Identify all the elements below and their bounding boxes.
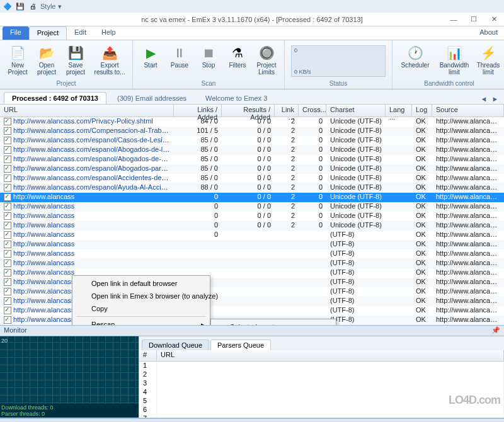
stop-button[interactable]: ⏹Stop	[195, 43, 222, 79]
window-title: nc sc va emex - EmEx 3 v3.11.1670 (x64) …	[141, 16, 363, 23]
col-results[interactable]: Results / Added	[222, 105, 275, 117]
col-cross[interactable]: Cross...	[299, 105, 326, 117]
checkbox-icon[interactable]	[4, 212, 11, 220]
checkbox-icon[interactable]	[4, 203, 11, 210]
table-row[interactable]: http://www.alancass0(UTF-8)OKhttp://www.…	[0, 231, 504, 240]
context-item[interactable]: Selected resuts	[212, 321, 335, 325]
menu-help[interactable]: Help	[94, 26, 123, 40]
checkbox-icon[interactable]	[4, 184, 11, 191]
monitor-graph: 20 0 Download threads: 0 Parser threads:…	[0, 336, 139, 418]
style-dropdown[interactable]: Style ▾	[40, 3, 62, 11]
context-item[interactable]: Open link in Emex 3 browser (to analyze)	[74, 290, 209, 302]
new-icon: 📄	[9, 44, 26, 62]
checkbox-icon[interactable]	[4, 146, 11, 154]
tab-parsers-queue[interactable]: Parsers Queue	[210, 339, 271, 350]
open-project-button[interactable]: 📂Open project	[33, 43, 60, 79]
table-row[interactable]: http://www.alancass00 / 020Unicode (UTF-…	[0, 193, 504, 202]
context-item[interactable]: Copy	[74, 302, 209, 315]
checkbox-icon[interactable]	[4, 316, 11, 324]
checkbox-icon[interactable]	[4, 231, 11, 239]
checkbox-icon[interactable]	[4, 307, 11, 314]
ribbon-group-bandwidth: 🕐Scheduler 📊Bandwidth limit ⚡Threads lim…	[392, 40, 504, 89]
checkbox-icon[interactable]	[4, 222, 11, 229]
limits-button[interactable]: 🔘Project Limits	[253, 43, 280, 79]
table-row[interactable]: http://www.alancass00 / 020Unicode (UTF-…	[0, 221, 504, 231]
queue-row[interactable]: 6	[139, 406, 504, 414]
checkbox-icon[interactable]	[4, 278, 11, 286]
col-link2[interactable]: Link ...	[275, 105, 299, 117]
menu-project[interactable]: Project	[29, 26, 67, 40]
monitor-header: Monitor 📌	[0, 325, 504, 336]
filters-button[interactable]: ⚗Filters	[224, 43, 251, 79]
table-row[interactable]: http://www.alancass(UTF-8)OKhttp://www.a…	[0, 259, 504, 268]
col-url[interactable]: URL	[0, 105, 174, 117]
table-row[interactable]: http://www.alancass.com/espanol/Abogados…	[0, 155, 504, 164]
pin-icon[interactable]: 📌	[491, 326, 500, 335]
queue-row[interactable]: 7	[139, 414, 504, 418]
new-project-button[interactable]: 📄New Project	[4, 43, 32, 79]
print-icon[interactable]: 🖨	[28, 1, 38, 11]
start-button[interactable]: ▶Start	[137, 43, 164, 79]
table-row[interactable]: http://www.alancass.com/espanol/Abogados…	[0, 145, 504, 155]
menu-about[interactable]: About	[473, 26, 504, 40]
pause-icon: ⏸	[171, 44, 188, 62]
col-charset[interactable]: Charset	[326, 105, 386, 117]
tab-emails[interactable]: (309) Email addresses	[109, 92, 195, 104]
table-row[interactable]: http://www.alancass.com/Privacy-Policy.s…	[0, 117, 504, 127]
checkbox-icon[interactable]	[4, 118, 11, 125]
checkbox-icon[interactable]	[4, 174, 11, 182]
scheduler-button[interactable]: 🕐Scheduler	[396, 43, 434, 79]
tab-download-queue[interactable]: Download Queue	[142, 339, 209, 350]
tab-processed[interactable]: Processed : 6492 of 70313	[4, 92, 106, 104]
menu-edit[interactable]: Edit	[67, 26, 94, 40]
save-project-button[interactable]: 💾Save project	[62, 43, 89, 79]
tab-next-icon[interactable]: ►	[490, 94, 500, 104]
checkbox-icon[interactable]	[4, 259, 11, 267]
save-icon: 💾	[67, 44, 84, 62]
checkbox-icon[interactable]	[4, 241, 11, 248]
col-links[interactable]: Links / Added	[174, 105, 222, 117]
checkbox-icon[interactable]	[4, 250, 11, 258]
maximize-button[interactable]: ☐	[466, 14, 481, 25]
export-button[interactable]: 📤Export results to...	[91, 43, 129, 79]
close-button[interactable]: ✕	[486, 14, 501, 25]
table-row[interactable]: http://www.alancass.com/espanol/Abogados…	[0, 164, 504, 174]
save-icon[interactable]: 💾	[15, 1, 25, 11]
table-row[interactable]: http://www.alancass(UTF-8)OKhttp://www.a…	[0, 240, 504, 249]
context-item[interactable]: Open link in default browser	[74, 277, 209, 290]
col-source[interactable]: Source	[432, 105, 504, 117]
qcol-num[interactable]: #	[139, 350, 157, 361]
pause-button[interactable]: ⏸Pause	[166, 43, 193, 79]
context-item[interactable]: Rescan...▸	[74, 318, 209, 325]
checkbox-icon[interactable]	[4, 269, 11, 277]
threads-button[interactable]: ⚡Threads limit	[474, 43, 502, 79]
tab-welcome[interactable]: Welcome to Emex 3	[197, 92, 275, 104]
table-row[interactable]: http://www.alancass.com/espanol/Casos-de…	[0, 136, 504, 145]
checkbox-icon[interactable]	[4, 288, 11, 295]
table-row[interactable]: http://www.alancass.com/Compensacion-al-…	[0, 127, 504, 136]
qcol-url[interactable]: URL	[157, 350, 504, 361]
bandwidth-button[interactable]: 📊Bandwidth limit	[435, 43, 473, 79]
table-row[interactable]: http://www.alancass00 / 020Unicode (UTF-…	[0, 212, 504, 221]
queue-row[interactable]: 1	[139, 362, 504, 370]
queue-row[interactable]: 5	[139, 397, 504, 406]
table-row[interactable]: http://www.alancass.com/espanol/Accident…	[0, 174, 504, 183]
table-row[interactable]: http://www.alancass(UTF-8)OKhttp://www.a…	[0, 249, 504, 259]
menu-file[interactable]: File	[3, 26, 29, 40]
checkbox-icon[interactable]	[4, 193, 11, 201]
queue-row[interactable]: 4	[139, 388, 504, 397]
checkbox-icon[interactable]	[4, 297, 11, 305]
tab-prev-icon[interactable]: ◄	[479, 94, 489, 104]
col-log[interactable]: Log	[412, 105, 432, 117]
minimize-button[interactable]: —	[446, 14, 461, 25]
queue-row[interactable]: 2	[139, 370, 504, 379]
checkbox-icon[interactable]	[4, 156, 11, 163]
col-lang[interactable]: Lang ...	[386, 105, 412, 117]
checkbox-icon[interactable]	[4, 165, 11, 173]
table-row[interactable]: http://www.alancass00 / 020Unicode (UTF-…	[0, 202, 504, 212]
status-indicator: 0 0 KB/s	[291, 45, 386, 77]
checkbox-icon[interactable]	[4, 127, 11, 135]
checkbox-icon[interactable]	[4, 137, 11, 144]
queue-row[interactable]: 3	[139, 379, 504, 388]
table-row[interactable]: http://www.alancass.com/espanol/Ayuda-Al…	[0, 183, 504, 193]
